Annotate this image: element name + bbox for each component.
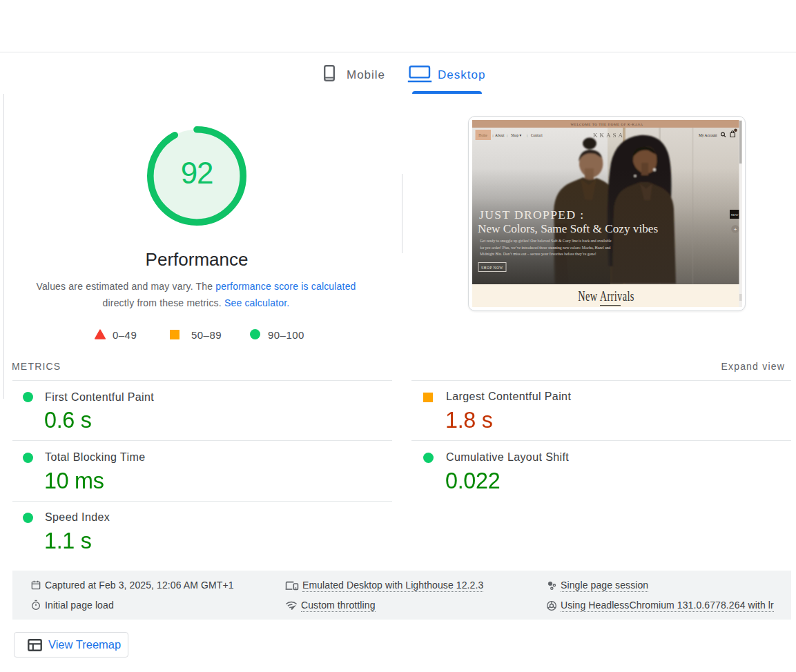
svg-text:Home: Home bbox=[478, 133, 487, 137]
svg-text:My Account: My Account bbox=[699, 133, 717, 137]
svg-text:Contact: Contact bbox=[531, 133, 543, 137]
svg-text:|: | bbox=[493, 134, 494, 137]
svg-text:JUST DROPPED :: JUST DROPPED : bbox=[479, 208, 585, 221]
svg-text:Shop ▾: Shop ▾ bbox=[511, 133, 521, 137]
svg-text:Midnight Blu. Don’t miss out –: Midnight Blu. Don’t miss out – secure yo… bbox=[480, 252, 596, 256]
svg-text:Get ready to snuggle up girlie: Get ready to snuggle up girlies! Our bel… bbox=[480, 239, 612, 243]
svg-text:SHOP NOW: SHOP NOW bbox=[481, 266, 503, 270]
svg-text:New Arrivals: New Arrivals bbox=[578, 288, 634, 304]
svg-text:KKASA: KKASA bbox=[593, 132, 625, 139]
svg-text:for pre-order! Plus, we’ve int: for pre-order! Plus, we’ve introduced th… bbox=[480, 246, 611, 250]
svg-text:+: + bbox=[734, 226, 737, 233]
svg-text:About: About bbox=[495, 133, 505, 137]
svg-text:|: | bbox=[507, 134, 507, 137]
svg-text:|: | bbox=[527, 134, 527, 137]
svg-text:NEW: NEW bbox=[731, 213, 739, 217]
svg-text:New Colors, Same Soft & Cozy v: New Colors, Same Soft & Cozy vibes bbox=[478, 222, 658, 235]
svg-text:WELCOME TO THE HOME OF K-KASA: WELCOME TO THE HOME OF K-KASA bbox=[570, 123, 643, 126]
